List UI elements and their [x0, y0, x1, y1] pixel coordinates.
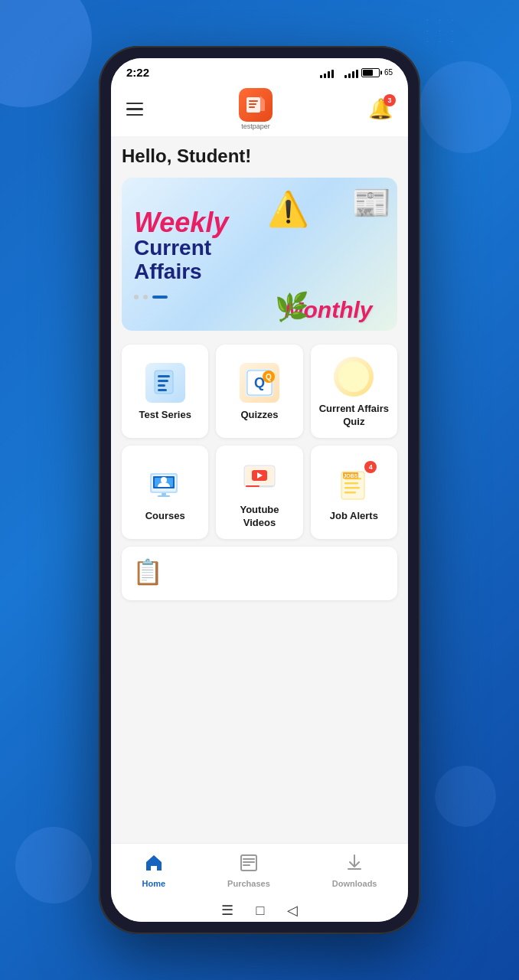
svg-rect-36: [344, 482, 358, 485]
battery-percent: 65: [384, 68, 393, 77]
signal-bar-2: [324, 74, 326, 78]
svg-rect-8: [158, 375, 170, 377]
nav-home[interactable]: Home: [130, 850, 178, 891]
banner-weekly: Weekly: [134, 209, 247, 237]
grid-row-1: Test Series Q Q Quizzes: [122, 345, 397, 438]
content-area: Hello, Student! Weekly Current Affairs ⚠…: [111, 136, 408, 843]
app-header: testpaper 🔔 3: [111, 82, 408, 136]
nav-downloads[interactable]: Downloads: [320, 850, 390, 891]
leaf-icon: 🌿: [275, 291, 309, 323]
purchases-nav-icon: [239, 853, 259, 877]
signal-bar-4: [331, 70, 334, 78]
signal-bar-3: [328, 71, 330, 78]
home-nav-icon: [144, 853, 164, 877]
logo-icon: [239, 88, 273, 122]
svg-rect-5: [260, 100, 265, 111]
svg-rect-3: [249, 106, 255, 108]
quiz-icon: Q Q: [240, 363, 279, 403]
signal-bar-1: [320, 75, 322, 78]
status-time: 2:22: [126, 66, 149, 79]
ca-quiz-label: Current Affairs Quiz: [318, 403, 390, 429]
courses-icon: ⭐: [145, 464, 185, 504]
ca-quiz-icon: 🌐: [334, 357, 374, 397]
battery-icon: [361, 68, 380, 77]
bottom-navigation: Home Purchases: [111, 843, 408, 896]
svg-rect-26: [158, 495, 170, 497]
gesture-bar: ☰ □ ◁: [111, 896, 408, 922]
svg-text:Q: Q: [266, 373, 272, 381]
partial-card-icon: 📋: [132, 557, 163, 586]
notification-badge: 3: [384, 94, 396, 106]
test-series-icon: [145, 363, 185, 403]
signal-bars-2: [344, 67, 358, 78]
youtube-videos-card[interactable]: Youtube Videos: [216, 446, 302, 539]
job-alerts-card[interactable]: JOBS 4 Job Alerts: [311, 446, 397, 539]
svg-point-23: [161, 477, 167, 483]
svg-rect-1: [249, 100, 258, 102]
svg-rect-25: [162, 493, 166, 495]
svg-rect-11: [158, 389, 167, 391]
signal2-bar-4: [356, 70, 358, 78]
notification-button[interactable]: 🔔 3: [365, 94, 396, 124]
signal-bars: [320, 67, 334, 78]
downloads-nav-label: Downloads: [332, 879, 377, 888]
battery-fill: [363, 70, 373, 76]
phone-screen: 2:22 65: [111, 58, 408, 922]
svg-rect-45: [348, 868, 361, 870]
warning-triangle-icon: ⚠️: [267, 189, 309, 229]
menu-line-3: [126, 114, 143, 116]
grid-row-2: ⭐ Courses: [122, 446, 397, 539]
phone-frame: 2:22 65: [99, 46, 420, 934]
banner-dot-active: [152, 296, 168, 299]
test-series-label: Test Series: [139, 409, 191, 422]
job-alerts-icon: JOBS 4: [334, 464, 374, 504]
courses-label: Courses: [145, 510, 185, 523]
menu-line-1: [126, 103, 143, 105]
banner-current: Current: [134, 237, 247, 260]
menu-gesture-icon: ☰: [221, 902, 233, 919]
home-gesture-icon: □: [256, 903, 265, 919]
signal2-bar-3: [352, 71, 354, 78]
svg-rect-43: [243, 861, 255, 863]
banner-dot-2: [143, 295, 148, 299]
news-icon: 📰: [351, 184, 391, 221]
banner-dot-1: [134, 295, 139, 299]
banner-affairs: Affairs: [134, 260, 247, 284]
menu-line-2: [126, 108, 143, 110]
home-nav-label: Home: [142, 879, 166, 888]
courses-card[interactable]: ⭐ Courses: [122, 446, 208, 539]
back-gesture-icon: ◁: [287, 902, 298, 919]
svg-rect-42: [243, 858, 255, 860]
signal2-bar-1: [344, 75, 347, 78]
svg-rect-38: [344, 492, 356, 494]
banner-left: Weekly Current Affairs: [122, 197, 260, 312]
app-logo: testpaper: [239, 88, 273, 130]
signal2-bar-2: [348, 74, 351, 78]
svg-marker-4: [260, 96, 265, 100]
svg-rect-2: [249, 103, 256, 105]
greeting-text: Hello, Student!: [122, 145, 397, 167]
status-icons: 65: [320, 67, 393, 78]
svg-rect-37: [344, 487, 360, 489]
test-series-card[interactable]: Test Series: [122, 345, 208, 438]
youtube-icon: [240, 458, 279, 498]
nav-purchases[interactable]: Purchases: [215, 850, 282, 891]
weekly-banner[interactable]: Weekly Current Affairs ⚠️ 📰 🌿 Monthly: [122, 178, 397, 331]
current-affairs-quiz-card[interactable]: 🌐 Current Affairs Quiz: [311, 345, 397, 438]
svg-point-17: [338, 361, 369, 392]
banner-right: ⚠️ 📰 🌿 Monthly: [260, 178, 397, 331]
hamburger-menu-button[interactable]: [123, 100, 146, 119]
svg-rect-32: [246, 485, 260, 487]
job-alerts-label: Job Alerts: [330, 510, 378, 523]
svg-text:JOBS: JOBS: [344, 473, 358, 479]
youtube-videos-label: Youtube Videos: [224, 504, 295, 530]
status-bar: 2:22 65: [111, 58, 408, 82]
logo-text: testpaper: [241, 122, 270, 130]
partial-card[interactable]: 📋: [122, 547, 397, 600]
svg-rect-44: [243, 864, 250, 866]
downloads-nav-icon: [344, 853, 364, 877]
quizzes-card[interactable]: Q Q Quizzes: [216, 345, 302, 438]
quizzes-label: Quizzes: [240, 409, 278, 422]
svg-rect-9: [158, 380, 168, 382]
job-alerts-badge: 4: [364, 461, 377, 473]
